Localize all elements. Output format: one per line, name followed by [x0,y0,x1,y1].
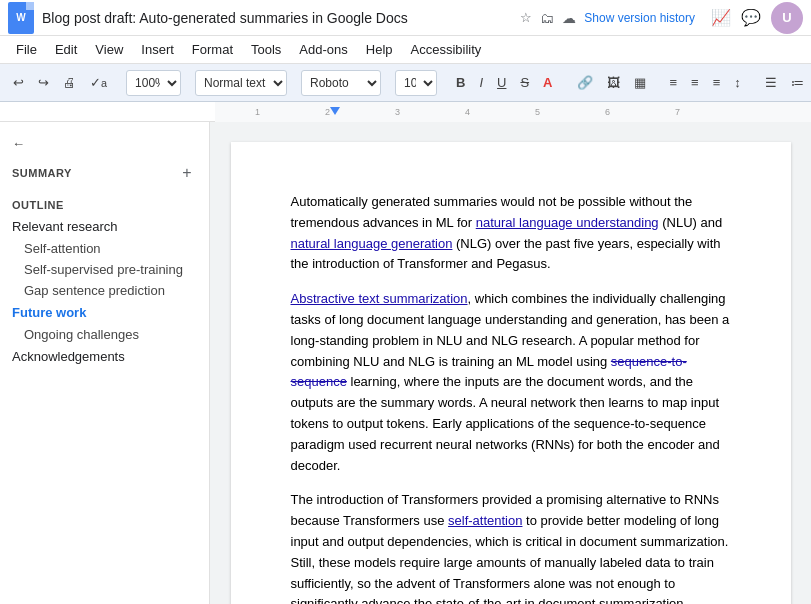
menu-file[interactable]: File [8,40,45,59]
document-title[interactable]: Blog post draft: Auto-generated summarie… [42,10,512,26]
ruler-mark-6: 6 [605,107,610,117]
sidebar-header: SUMMARY + [0,159,209,191]
outline-relevant-research[interactable]: Relevant research [0,215,209,238]
ruler-mark-3: 3 [395,107,400,117]
document-page[interactable]: Automatically generated summaries would … [231,142,791,604]
back-button[interactable]: ← [0,132,209,159]
table-button[interactable]: ▦ [629,72,651,93]
outline-ongoing-challenges[interactable]: Ongoing challenges [0,324,209,345]
avatar[interactable]: U [771,2,803,34]
toolbar: ↩ ↪ 🖨 ✓a 100% 75% 150% Normal text Headi… [0,64,811,102]
ordered-list-button[interactable]: ≔ [786,72,809,93]
star-icon[interactable]: ☆ [520,10,532,25]
folder-icon[interactable]: 🗂 [540,10,554,26]
font-select[interactable]: Roboto Arial Times New Roman [301,70,381,96]
redo-button[interactable]: ↪ [33,72,54,93]
outline-self-attention[interactable]: Self-attention [0,238,209,259]
comment-icon[interactable]: 💬 [741,8,761,27]
link-self-attention[interactable]: self-attention [448,513,522,528]
menu-insert[interactable]: Insert [133,40,182,59]
menu-format[interactable]: Format [184,40,241,59]
outline-future-work[interactable]: Future work [0,301,209,324]
menu-view[interactable]: View [87,40,131,59]
menu-addons[interactable]: Add-ons [291,40,355,59]
menu-help[interactable]: Help [358,40,401,59]
paragraph-1: Automatically generated summaries would … [291,192,731,275]
link-nlu[interactable]: natural language understanding [476,215,659,230]
strikethrough-button[interactable]: S [515,72,534,93]
ruler-tab-stop [330,107,340,115]
document-area: Automatically generated summaries would … [210,122,811,604]
link-seq2seq[interactable]: sequence-to-sequence [291,354,687,390]
paragraph-2: Abstractive text summarization, which co… [291,289,731,476]
underline-button[interactable]: U [492,72,511,93]
version-history-link[interactable]: Show version history [584,11,695,25]
ruler-mark-7: 7 [675,107,680,117]
bullet-list-button[interactable]: ☰ [760,72,782,93]
zoom-select[interactable]: 100% 75% 150% [126,70,181,96]
back-arrow-icon: ← [12,136,25,151]
spellcheck-button[interactable]: ✓a [85,72,112,93]
add-summary-button[interactable]: + [177,163,197,183]
outline-label: OUTLINE [0,195,209,215]
link-button[interactable]: 🔗 [572,72,598,93]
outline-acknowledgements[interactable]: Acknowledgements [0,345,209,368]
align-left-button[interactable]: ≡ [665,72,683,93]
menu-tools[interactable]: Tools [243,40,289,59]
undo-button[interactable]: ↩ [8,72,29,93]
trending-icon[interactable]: 📈 [711,8,731,27]
text-color-button[interactable]: A [538,72,557,93]
sidebar: ← SUMMARY + OUTLINE Relevant research Se… [0,122,210,604]
style-select[interactable]: Normal text Heading 1 Heading 2 [195,70,287,96]
image-button[interactable]: 🖼 [602,72,625,93]
italic-button[interactable]: I [474,72,488,93]
summary-label: SUMMARY [12,167,72,179]
main-layout: ← SUMMARY + OUTLINE Relevant research Se… [0,122,811,604]
outline-gap-sentence[interactable]: Gap sentence prediction [0,280,209,301]
link-abstractive[interactable]: Abstractive text summarization [291,291,468,306]
ruler-mark-5: 5 [535,107,540,117]
title-bar: W Blog post draft: Auto-generated summar… [0,0,811,36]
ruler: 1 2 3 4 5 6 7 [0,102,811,122]
ruler-mark-1: 1 [255,107,260,117]
paragraph-3: The introduction of Transformers provide… [291,490,731,604]
link-nlg[interactable]: natural language generation [291,236,453,251]
menu-edit[interactable]: Edit [47,40,85,59]
print-button[interactable]: 🖨 [58,72,81,93]
menu-bar: File Edit View Insert Format Tools Add-o… [0,36,811,64]
align-right-button[interactable]: ≡ [708,72,726,93]
ruler-inner: 1 2 3 4 5 6 7 [215,102,811,122]
size-select[interactable]: 10 11 12 14 [395,70,437,96]
doc-icon: W [8,2,34,34]
bold-button[interactable]: B [451,72,470,93]
align-center-button[interactable]: ≡ [686,72,704,93]
line-spacing-button[interactable]: ↕ [729,72,746,93]
cloud-icon[interactable]: ☁ [562,10,576,26]
menu-accessibility[interactable]: Accessibility [403,40,490,59]
outline-self-supervised[interactable]: Self-supervised pre-training [0,259,209,280]
ruler-mark-4: 4 [465,107,470,117]
